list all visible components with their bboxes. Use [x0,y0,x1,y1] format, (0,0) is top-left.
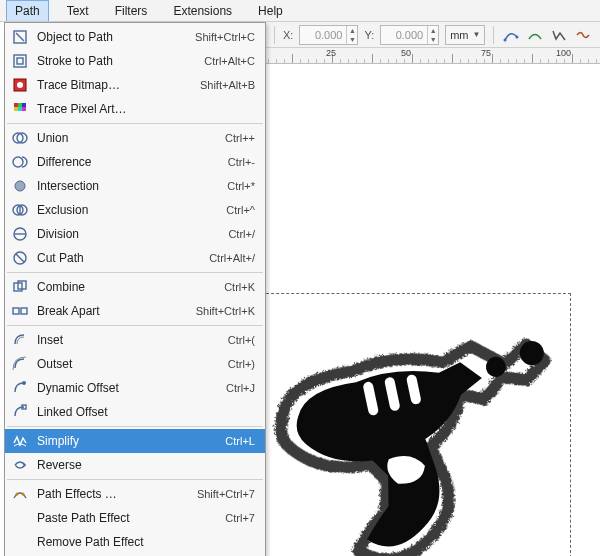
menuitem-label: Combine [37,280,216,294]
menuitem-label: Intersection [37,179,219,193]
menubar: PathTextFiltersExtensionsHelp [0,0,600,22]
x-spinbox[interactable]: 0.000 ▲▼ [299,25,358,45]
menuitem-label: Path Effects … [37,487,189,501]
menuitem-accelerator: Ctrl+Alt+/ [209,252,255,264]
menuitem-label: Remove Path Effect [37,535,247,549]
ruler-label: 25 [326,48,336,58]
menuitem-accelerator: Ctrl+) [228,358,255,370]
menu-separator [7,426,263,427]
break-apart-icon [11,302,29,320]
menuitem-outset[interactable]: OutsetCtrl+) [5,352,265,376]
ruler-label: 100 [556,48,571,58]
menuitem-reverse[interactable]: Reverse [5,453,265,477]
path-effects-icon [11,485,29,503]
menuitem-accelerator: Ctrl+- [228,156,255,168]
menuitem-cut-path[interactable]: Cut PathCtrl+Alt+/ [5,246,265,270]
menu-path[interactable]: Path [6,0,49,21]
tool-icon-4[interactable] [574,26,592,44]
object-to-path-icon [11,28,29,46]
difference-icon [11,153,29,171]
svg-point-0 [504,38,507,41]
menuitem-paste-path-effect[interactable]: Paste Path EffectCtrl+7 [5,506,265,530]
paste-path-effect-icon [11,509,29,527]
svg-rect-3 [14,55,26,67]
menu-text[interactable]: Text [59,0,97,21]
menuitem-linked-offset[interactable]: Linked Offset [5,400,265,424]
menuitem-accelerator: Ctrl+* [227,180,255,192]
toolbar-separator [493,26,494,44]
menuitem-exclusion[interactable]: ExclusionCtrl+^ [5,198,265,222]
ruler-ticks [266,48,600,64]
menuitem-accelerator: Ctrl+7 [225,512,255,524]
remove-path-effect-icon [11,533,29,551]
menuitem-combine[interactable]: CombineCtrl+K [5,275,265,299]
outset-icon [11,355,29,373]
menuitem-label: Simplify [37,434,217,448]
path-menu-dropdown: Object to PathShift+Ctrl+CStroke to Path… [4,22,266,556]
menuitem-intersection[interactable]: IntersectionCtrl+* [5,174,265,198]
menuitem-break-apart[interactable]: Break ApartShift+Ctrl+K [5,299,265,323]
menu-separator [7,123,263,124]
menuitem-union[interactable]: UnionCtrl++ [5,126,265,150]
menuitem-accelerator: Ctrl+( [228,334,255,346]
linked-offset-icon [11,403,29,421]
menuitem-label: Inset [37,333,220,347]
tool-icon-2[interactable] [526,26,544,44]
svg-rect-4 [17,58,23,64]
menuitem-label: Division [37,227,220,241]
union-icon [11,129,29,147]
menuitem-accelerator: Ctrl+K [224,281,255,293]
menuitem-accelerator: Ctrl+/ [228,228,255,240]
menuitem-label: Cut Path [37,251,201,265]
chevron-down-icon: ▼ [473,30,481,39]
menuitem-label: Trace Bitmap… [37,78,192,92]
menuitem-dynamic-offset[interactable]: Dynamic OffsetCtrl+J [5,376,265,400]
menuitem-simplify[interactable]: SimplifyCtrl+L [5,429,265,453]
menuitem-label: Break Apart [37,304,188,318]
svg-rect-7 [14,103,18,107]
svg-rect-22 [13,308,19,314]
spin-arrows[interactable]: ▲▼ [427,26,438,44]
menuitem-trace-bitmap[interactable]: Trace Bitmap…Shift+Alt+B [5,73,265,97]
tool-icon-3[interactable] [550,26,568,44]
svg-rect-8 [18,103,22,107]
selected-artwork[interactable] [256,294,566,556]
horizontal-ruler: 0255075100125 [266,48,600,64]
menu-filters[interactable]: Filters [107,0,156,21]
menuitem-accelerator: Ctrl++ [225,132,255,144]
y-spinbox[interactable]: 0.000 ▲▼ [380,25,439,45]
svg-rect-9 [22,103,26,107]
menuitem-accelerator: Shift+Ctrl+7 [197,488,255,500]
menu-help[interactable]: Help [250,0,291,21]
menuitem-object-to-path[interactable]: Object to PathShift+Ctrl+C [5,25,265,49]
svg-point-6 [17,82,23,88]
trace-pixel-icon [11,100,29,118]
menu-extensions[interactable]: Extensions [165,0,240,21]
menuitem-label: Reverse [37,458,247,472]
menuitem-difference[interactable]: DifferenceCtrl+- [5,150,265,174]
menuitem-stroke-to-path[interactable]: Stroke to PathCtrl+Alt+C [5,49,265,73]
tool-icon-1[interactable] [502,26,520,44]
canvas[interactable] [266,64,600,556]
menuitem-accelerator: Shift+Ctrl+K [196,305,255,317]
svg-point-15 [13,157,23,167]
menu-separator [7,272,263,273]
intersection-icon [11,177,29,195]
menuitem-remove-path-effect[interactable]: Remove Path Effect [5,530,265,554]
menuitem-path-effects[interactable]: Path Effects …Shift+Ctrl+7 [5,482,265,506]
combine-icon [11,278,29,296]
menuitem-label: Union [37,131,217,145]
stroke-to-path-icon [11,52,29,70]
unit-dropdown[interactable]: mm ▼ [445,25,485,45]
menuitem-division[interactable]: DivisionCtrl+/ [5,222,265,246]
svg-rect-23 [21,308,27,314]
spin-arrows[interactable]: ▲▼ [346,26,357,44]
dynamic-offset-icon [11,379,29,397]
ruler-label: 50 [401,48,411,58]
svg-rect-10 [14,107,18,111]
svg-rect-11 [18,107,22,111]
menuitem-trace-pixel-art[interactable]: Trace Pixel Art… [5,97,265,121]
svg-rect-12 [22,107,26,111]
menuitem-accelerator: Ctrl+L [225,435,255,447]
menuitem-inset[interactable]: InsetCtrl+( [5,328,265,352]
